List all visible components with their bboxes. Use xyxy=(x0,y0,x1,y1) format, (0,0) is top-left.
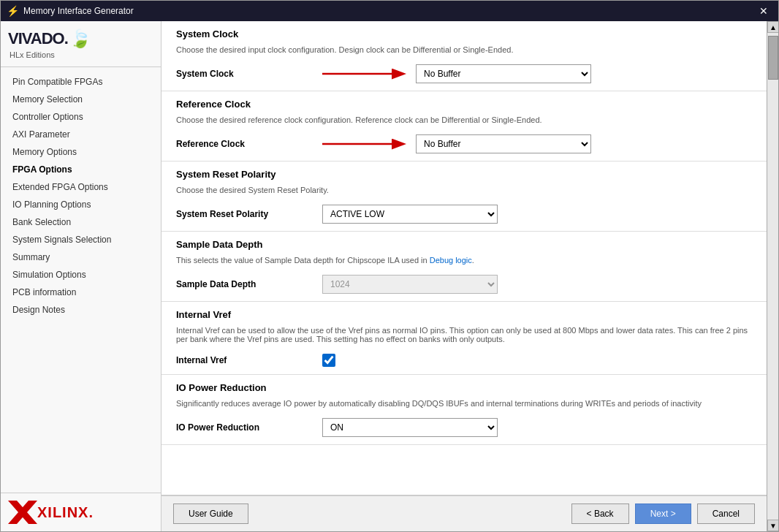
bottom-left: User Guide xyxy=(173,503,248,524)
sample-data-control: 1024 512 2048 xyxy=(322,275,752,294)
io-power-row: IO Power Reduction ON OFF xyxy=(162,414,767,444)
io-power-section: IO Power Reduction Significantly reduces… xyxy=(162,375,767,445)
internal-vref-row: Internal Vref xyxy=(162,349,767,374)
internal-vref-control xyxy=(322,354,752,367)
scrollbar[interactable]: ▲ ▼ xyxy=(767,21,778,531)
sample-data-row: Sample Data Depth 1024 512 2048 xyxy=(162,270,767,301)
system-clock-row: System Clock xyxy=(162,60,767,91)
reference-clock-control: No Buffer Differential Single-Ended xyxy=(322,134,752,153)
sidebar: VIVADO. 🍃 HLx Editions Pin Compatible FP… xyxy=(1,21,162,531)
sidebar-item-controller-options[interactable]: Controller Options xyxy=(1,108,161,126)
nav-items: Pin Compatible FPGAs Memory Selection Co… xyxy=(1,67,161,493)
sidebar-item-axi-parameter[interactable]: AXI Parameter xyxy=(1,126,161,143)
reference-clock-row: Reference Clock xyxy=(162,130,767,161)
sample-data-select[interactable]: 1024 512 2048 xyxy=(322,275,498,294)
sample-data-desc: This selects the value of Sample Data de… xyxy=(162,254,767,270)
system-clock-control: No Buffer Differential Single-Ended xyxy=(322,64,752,83)
system-clock-section: System Clock Choose the desired input cl… xyxy=(162,21,767,91)
title-bar: ⚡ Memory Interface Generator ✕ xyxy=(1,1,778,21)
xilinx-logo-icon xyxy=(8,501,37,524)
bottom-bar: User Guide < Back Next > Cancel xyxy=(162,495,767,531)
system-clock-title: System Clock xyxy=(162,21,767,44)
sample-data-label: Sample Data Depth xyxy=(176,279,322,289)
system-clock-desc: Choose the desired input clock configura… xyxy=(162,44,767,60)
vivado-logo: VIVADO. 🍃 xyxy=(8,28,153,49)
io-power-select[interactable]: ON OFF xyxy=(322,418,498,437)
app-icon: ⚡ xyxy=(7,5,19,17)
reference-clock-select[interactable]: No Buffer Differential Single-Ended xyxy=(416,134,591,153)
sidebar-item-io-planning[interactable]: IO Planning Options xyxy=(1,196,161,213)
sidebar-item-system-signals[interactable]: System Signals Selection xyxy=(1,231,161,248)
sample-data-section: Sample Data Depth This selects the value… xyxy=(162,232,767,302)
reference-clock-title: Reference Clock xyxy=(162,91,767,114)
content-area: System Clock Choose the desired input cl… xyxy=(162,21,767,531)
io-power-desc: Significantly reduces average IO power b… xyxy=(162,398,767,414)
system-reset-select[interactable]: ACTIVE LOW ACTIVE HIGH xyxy=(322,205,498,224)
system-reset-section: System Reset Polarity Choose the desired… xyxy=(162,162,767,232)
xilinx-text: XILINX. xyxy=(37,504,94,521)
sidebar-item-memory-options[interactable]: Memory Options xyxy=(1,143,161,161)
reference-clock-desc: Choose the desired reference clock confi… xyxy=(162,114,767,130)
system-reset-label: System Reset Polarity xyxy=(176,209,322,219)
internal-vref-label: Internal Vref xyxy=(176,355,322,365)
reference-clock-label: Reference Clock xyxy=(176,139,322,149)
internal-vref-title: Internal Vref xyxy=(162,302,767,324)
sidebar-item-design-notes[interactable]: Design Notes xyxy=(1,301,161,319)
bottom-right: < Back Next > Cancel xyxy=(571,503,755,524)
close-button[interactable]: ✕ xyxy=(755,4,772,18)
user-guide-button[interactable]: User Guide xyxy=(173,503,248,524)
next-button[interactable]: Next > xyxy=(635,503,691,524)
system-reset-row: System Reset Polarity ACTIVE LOW ACTIVE … xyxy=(162,200,767,231)
sidebar-item-extended-fpga[interactable]: Extended FPGA Options xyxy=(1,178,161,196)
system-clock-label: System Clock xyxy=(176,69,322,79)
vivado-text: VIVADO. xyxy=(8,29,68,48)
sidebar-item-simulation[interactable]: Simulation Options xyxy=(1,266,161,284)
io-power-control: ON OFF xyxy=(322,418,752,437)
vivado-leaf-icon: 🍃 xyxy=(69,28,91,49)
scrollbar-thumb[interactable] xyxy=(768,36,778,80)
hlx-text: HLx Editions xyxy=(8,50,153,59)
internal-vref-section: Internal Vref Internal Vref can be used … xyxy=(162,302,767,375)
internal-vref-checkbox[interactable] xyxy=(322,354,335,367)
back-button[interactable]: < Back xyxy=(571,503,629,524)
window-title: Memory Interface Generator xyxy=(23,6,755,16)
sidebar-item-pin-compatible[interactable]: Pin Compatible FPGAs xyxy=(1,73,161,91)
xilinx-logo-area: XILINX. xyxy=(1,493,161,531)
internal-vref-desc: Internal Vref can be used to allow the u… xyxy=(162,324,767,349)
main-content: VIVADO. 🍃 HLx Editions Pin Compatible FP… xyxy=(1,21,778,531)
system-reset-desc: Choose the desired System Reset Polarity… xyxy=(162,184,767,200)
sidebar-item-bank-selection[interactable]: Bank Selection xyxy=(1,213,161,231)
logo-area: VIVADO. 🍃 HLx Editions xyxy=(1,21,161,67)
content-scroll[interactable]: System Clock Choose the desired input cl… xyxy=(162,21,767,495)
scrollbar-down-button[interactable]: ▼ xyxy=(767,520,778,531)
system-clock-arrow xyxy=(322,65,410,83)
sidebar-item-fpga-options[interactable]: FPGA Options xyxy=(1,161,161,178)
system-clock-select[interactable]: No Buffer Differential Single-Ended xyxy=(416,64,591,83)
internal-vref-checkbox-area xyxy=(322,354,752,367)
io-power-label: IO Power Reduction xyxy=(176,422,322,433)
cancel-button[interactable]: Cancel xyxy=(697,503,755,524)
reference-clock-section: Reference Clock Choose the desired refer… xyxy=(162,91,767,162)
content-wrapper: System Clock Choose the desired input cl… xyxy=(162,21,778,531)
reference-clock-arrow xyxy=(322,135,410,153)
sample-data-title: Sample Data Depth xyxy=(162,232,767,254)
sidebar-item-summary[interactable]: Summary xyxy=(1,248,161,266)
system-reset-control: ACTIVE LOW ACTIVE HIGH xyxy=(322,205,752,224)
scrollbar-up-button[interactable]: ▲ xyxy=(767,21,778,33)
main-window: ⚡ Memory Interface Generator ✕ VIVADO. 🍃… xyxy=(0,0,779,532)
sidebar-item-memory-selection[interactable]: Memory Selection xyxy=(1,91,161,108)
sidebar-item-pcb-info[interactable]: PCB information xyxy=(1,284,161,301)
io-power-title: IO Power Reduction xyxy=(162,375,767,398)
system-reset-title: System Reset Polarity xyxy=(162,162,767,184)
